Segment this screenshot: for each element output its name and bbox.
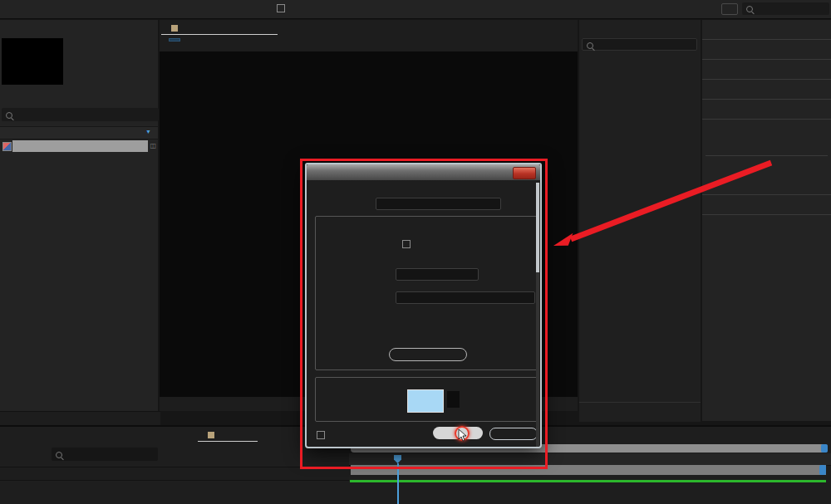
panel-character[interactable] <box>702 100 831 120</box>
effects-presets-panel <box>579 20 701 421</box>
search-icon <box>6 112 12 119</box>
comp-navigator-crumb[interactable] <box>169 38 180 42</box>
search-icon <box>56 452 62 458</box>
project-panel: ▼ ◫ <box>0 20 158 411</box>
panel-color-swatch <box>208 432 214 438</box>
panel-color-swatch <box>171 25 178 32</box>
cursor-icon <box>458 429 468 442</box>
paragraph-align-buttons <box>709 141 825 152</box>
work-area-bar[interactable] <box>351 465 826 475</box>
units-select[interactable] <box>396 268 479 281</box>
time-ruler[interactable] <box>349 453 831 466</box>
help-search-input[interactable] <box>742 2 829 15</box>
comp-item-icon <box>2 142 12 151</box>
after-effects-window: ▼ ◫ <box>0 0 831 504</box>
playhead-line[interactable] <box>397 463 399 504</box>
eyedropper-icon[interactable] <box>447 391 460 408</box>
panel-paragraph[interactable] <box>702 120 831 139</box>
navigator-end-handle[interactable] <box>821 444 828 453</box>
dialog-title-bar[interactable] <box>307 164 540 180</box>
panel-align[interactable] <box>702 80 831 100</box>
layer-column-headers <box>0 467 349 481</box>
project-item-row[interactable]: ◫ <box>0 140 158 153</box>
color-group <box>315 377 538 422</box>
panel-info[interactable] <box>702 20 831 40</box>
project-item-label[interactable] <box>12 140 148 152</box>
pixel-aspect-select[interactable] <box>396 291 535 304</box>
footage-thumbnail <box>2 38 63 85</box>
solid-settings-dialog <box>305 163 542 448</box>
dialog-close-button[interactable] <box>513 167 536 179</box>
lock-aspect-checkbox[interactable] <box>402 239 413 248</box>
work-area-end-handle[interactable] <box>819 465 826 475</box>
preview-checkbox[interactable] <box>317 430 327 439</box>
workspace-switcher-icon[interactable] <box>721 3 738 15</box>
project-footer <box>0 411 160 425</box>
dialog-scrollbar-thumb[interactable] <box>536 183 539 272</box>
timeline-search-input[interactable] <box>52 448 158 461</box>
search-icon <box>587 42 593 49</box>
preview-box[interactable] <box>317 431 325 439</box>
effects-footer <box>579 402 701 422</box>
make-comp-size-button[interactable] <box>389 348 467 361</box>
active-tab-underline <box>161 34 278 35</box>
panel-audio[interactable] <box>702 40 831 60</box>
project-search-input[interactable] <box>2 108 159 121</box>
comp-usage-icon: ◫ <box>150 142 156 149</box>
snapping-checkbox[interactable] <box>277 4 285 12</box>
size-group <box>315 216 538 370</box>
search-icon <box>746 6 753 12</box>
name-input[interactable] <box>376 198 501 210</box>
project-list-header: ▼ <box>0 126 158 139</box>
sort-arrow-icon[interactable]: ▼ <box>145 129 151 135</box>
cancel-button[interactable] <box>489 428 538 440</box>
panel-tracker[interactable] <box>702 194 831 215</box>
color-swatch[interactable] <box>407 389 444 413</box>
layer-duration-bar[interactable] <box>350 480 826 482</box>
snapping-toggle[interactable] <box>277 3 285 12</box>
paragraph-fields <box>702 155 831 193</box>
right-panel-stack <box>702 20 831 421</box>
main-toolbar <box>0 0 831 19</box>
effects-search-input[interactable] <box>582 38 697 51</box>
lock-aspect-box[interactable] <box>402 240 411 248</box>
panel-preview[interactable] <box>702 60 831 80</box>
active-tab-underline <box>198 441 258 442</box>
